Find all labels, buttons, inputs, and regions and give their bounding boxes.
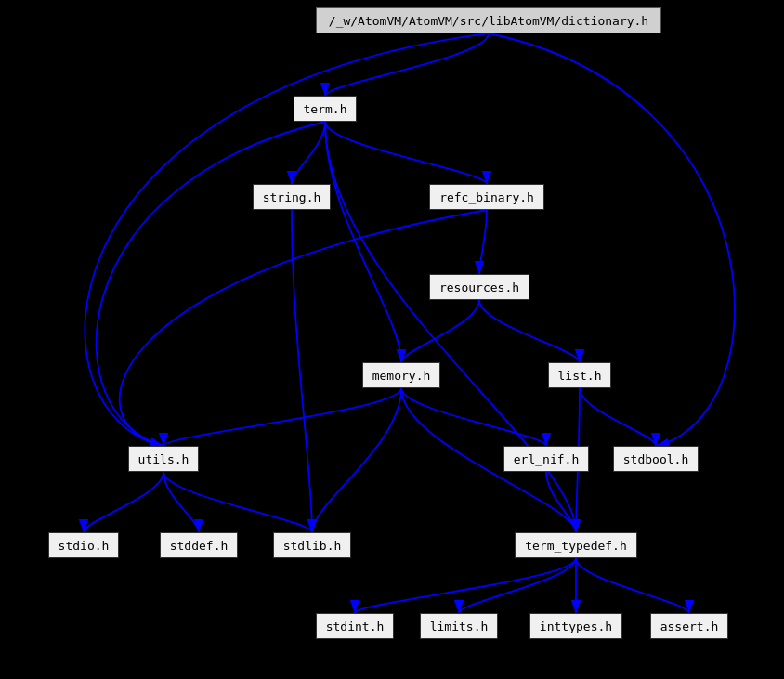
edge-memory_h-to-stdlib_h: [312, 388, 401, 532]
node-dictionary_h: /_w/AtomVM/AtomVM/src/libAtomVM/dictiona…: [316, 7, 661, 33]
edge-memory_h-to-utils_h: [163, 388, 401, 446]
node-stdint_h: stdint.h: [316, 613, 394, 639]
edges-layer: [0, 0, 784, 679]
edge-erl_nif_h-to-term_typedef_h: [546, 472, 576, 532]
edge-resources_h-to-list_h: [479, 300, 580, 362]
node-inttypes_h: inttypes.h: [529, 613, 622, 639]
edge-resources_h-to-memory_h: [401, 300, 479, 362]
node-stddef_h: stddef.h: [160, 532, 238, 558]
node-stdlib_h: stdlib.h: [273, 532, 351, 558]
edge-term_h-to-refc_binary_h: [325, 122, 487, 184]
edge-term_typedef_h-to-limits_h: [459, 558, 576, 613]
edge-utils_h-to-stdlib_h: [163, 472, 312, 532]
node-stdio_h: stdio.h: [48, 532, 119, 558]
node-string_h: string.h: [253, 184, 331, 210]
dependency-graph: /_w/AtomVM/AtomVM/src/libAtomVM/dictiona…: [0, 0, 784, 679]
edge-dictionary_h-to-term_h: [325, 33, 489, 96]
node-utils_h: utils.h: [128, 446, 199, 472]
edge-memory_h-to-erl_nif_h: [401, 388, 546, 446]
node-stdbool_h: stdbool.h: [613, 446, 699, 472]
node-erl_nif_h: erl_nif.h: [503, 446, 589, 472]
node-memory_h: memory.h: [362, 362, 440, 388]
edge-term_h-to-utils_h: [97, 122, 325, 446]
node-refc_binary_h: refc_binary.h: [429, 184, 544, 210]
edge-term_h-to-string_h: [292, 122, 325, 184]
node-term_h: term.h: [294, 96, 357, 122]
edge-term_typedef_h-to-stdint_h: [355, 558, 576, 613]
edge-dictionary_h-to-stdbool_h: [489, 33, 735, 446]
node-limits_h: limits.h: [420, 613, 498, 639]
node-term_typedef_h: term_typedef.h: [515, 532, 637, 558]
edge-utils_h-to-stdio_h: [84, 472, 163, 532]
node-assert_h: assert.h: [650, 613, 728, 639]
edge-refc_binary_h-to-resources_h: [479, 210, 487, 274]
edge-term_typedef_h-to-assert_h: [576, 558, 689, 613]
node-list_h: list.h: [548, 362, 611, 388]
edge-list_h-to-stdbool_h: [580, 388, 656, 446]
node-resources_h: resources.h: [429, 274, 529, 300]
